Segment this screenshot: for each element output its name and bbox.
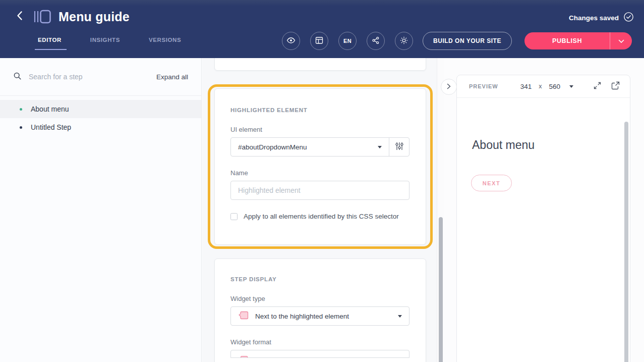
external-link-icon <box>611 81 620 91</box>
editor-scrollbar-thumb[interactable] <box>439 217 443 362</box>
preview-label: PREVIEW <box>469 83 498 89</box>
tab-insights[interactable]: INSIGHTS <box>90 37 120 50</box>
apply-all-checkbox[interactable] <box>230 213 238 220</box>
search-icon <box>13 72 22 82</box>
expand-all-link[interactable]: Expand all <box>156 73 188 81</box>
publish-button[interactable]: PUBLISH <box>524 32 610 49</box>
step-bullet-icon <box>20 108 22 111</box>
step-bullet-icon <box>20 126 22 129</box>
publish-split-button: PUBLISH <box>524 32 632 49</box>
ui-element-select-row: #aboutDropdownMenu <box>230 137 409 157</box>
step-item-untitled-step[interactable]: Untitled Step <box>0 118 201 136</box>
widget-type-label: Widget type <box>230 295 409 302</box>
header-icon-buttons: EN <box>282 32 413 50</box>
changes-saved-status: Changes saved <box>569 12 634 24</box>
previous-card-partial <box>214 58 426 71</box>
fullscreen-preview-button[interactable] <box>593 81 602 91</box>
tab-versions[interactable]: VERSIONS <box>149 37 181 50</box>
back-button[interactable] <box>13 8 26 25</box>
widget-format-label: Widget format <box>230 338 409 346</box>
step-label: About menu <box>31 105 69 113</box>
steps-sidebar: Expand all About menu Untitled Step <box>0 58 202 362</box>
tab-editor[interactable]: EDITOR <box>38 37 62 50</box>
widget-format-select-partial[interactable] <box>230 350 409 358</box>
preview-width-value: 341 <box>520 83 532 90</box>
check-circle-icon <box>623 12 634 24</box>
sliders-icon <box>395 142 404 152</box>
step-label: Untitled Step <box>31 123 71 131</box>
layout-button[interactable] <box>310 32 328 50</box>
page-title: Menu guide <box>58 10 130 24</box>
eye-icon <box>286 36 296 46</box>
steps-list: About menu Untitled Step <box>0 96 201 136</box>
step-editor-column: HIGHLIGHTED ELEMENT UI element #aboutDro… <box>202 58 444 362</box>
step-display-card: STEP DISPLAY Widget type Next to the hig… <box>214 258 426 362</box>
apply-all-checkbox-row: Apply to all elements identified by this… <box>230 213 409 220</box>
card-heading: HIGHLIGHTED ELEMENT <box>230 107 409 113</box>
chevron-down-icon <box>618 37 624 45</box>
element-picker-button[interactable] <box>389 138 409 156</box>
widget-type-value: Next to the highlighted element <box>255 313 392 320</box>
preview-height-value: 560 <box>549 83 561 90</box>
language-button[interactable]: EN <box>338 32 357 50</box>
select-caret-icon <box>398 315 402 318</box>
changes-saved-text: Changes saved <box>569 14 619 22</box>
search-step-input[interactable] <box>29 73 149 81</box>
share-icon <box>372 36 380 45</box>
ui-element-select[interactable]: #aboutDropdownMenu <box>231 138 389 156</box>
widget-type-select[interactable]: Next to the highlighted element <box>231 307 409 325</box>
app-screen: Menu guide EDITOR INSIGHTS VERSIONS EN <box>0 0 644 362</box>
share-button[interactable] <box>367 32 385 50</box>
widget-type-select-row: Next to the highlighted element <box>230 306 409 326</box>
ui-element-value: #aboutDropdownMenu <box>238 143 372 151</box>
widget-bubble-icon <box>238 311 249 322</box>
collapse-preview-button[interactable] <box>441 79 457 95</box>
step-item-about-menu[interactable]: About menu <box>0 100 201 118</box>
select-caret-icon <box>378 146 382 148</box>
size-caret-icon <box>569 85 573 88</box>
step-search-row: Expand all <box>0 58 201 96</box>
highlighted-element-card: HIGHLIGHTED ELEMENT UI element #aboutDro… <box>214 88 426 245</box>
header-tabs: EDITOR INSIGHTS VERSIONS <box>38 37 181 50</box>
preview-next-button[interactable]: NEXT <box>471 175 512 191</box>
preview-panel: PREVIEW 341 x 560 <box>456 75 630 362</box>
top-header: Menu guide EDITOR INSIGHTS VERSIONS EN <box>0 0 644 58</box>
guide-logo-icon <box>33 9 51 24</box>
gear-icon <box>399 36 408 46</box>
ui-element-label: UI element <box>230 126 409 133</box>
language-label: EN <box>343 38 352 44</box>
preview-scrollbar-thumb[interactable] <box>624 122 628 362</box>
chevron-right-icon <box>447 83 451 91</box>
preview-body: About menu NEXT <box>457 98 630 362</box>
preview-header: PREVIEW 341 x 560 <box>457 75 630 98</box>
size-separator: x <box>539 83 542 90</box>
preview-eye-button[interactable] <box>282 32 300 50</box>
apply-all-checkbox-label: Apply to all elements identified by this… <box>244 213 399 220</box>
preview-size-selector[interactable]: 341 x 560 <box>520 83 573 90</box>
settings-button[interactable] <box>395 32 413 50</box>
layout-icon <box>315 36 323 45</box>
open-external-button[interactable] <box>611 81 620 91</box>
expand-arrows-icon <box>593 81 602 91</box>
preview-step-title: About menu <box>472 138 535 152</box>
name-label: Name <box>230 169 409 177</box>
card-heading: STEP DISPLAY <box>230 276 409 282</box>
highlighted-element-name-input[interactable] <box>230 181 409 200</box>
editor-scrollbar-track <box>437 58 444 362</box>
back-chevron-icon <box>16 11 23 23</box>
publish-dropdown-button[interactable] <box>610 32 632 49</box>
widget-bubble-icon <box>239 355 249 357</box>
build-on-your-site-button[interactable]: BUILD ON YOUR SITE <box>423 32 512 50</box>
